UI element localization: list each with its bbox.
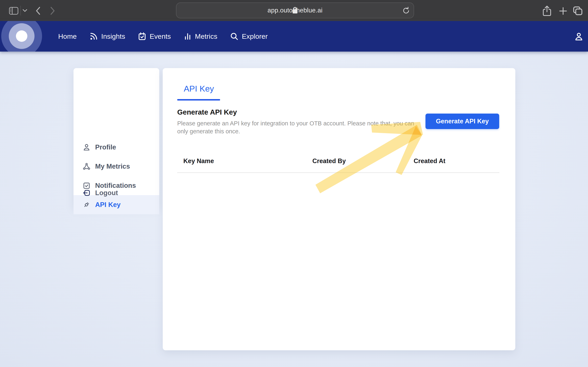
forward-icon[interactable] xyxy=(50,7,56,15)
nav-item-label: Home xyxy=(58,33,77,40)
sidebar-item-label: API Key xyxy=(95,201,121,209)
column-header-created-by: Created By xyxy=(312,157,346,165)
network-icon xyxy=(82,162,91,170)
api-key-panel: API Key Generate API Key Please generate… xyxy=(163,68,515,350)
nav-item-home[interactable]: Home xyxy=(58,33,77,40)
primary-nav: Home Insights Events xyxy=(58,21,268,52)
tab-api-key[interactable]: API Key xyxy=(184,84,214,94)
nav-item-explorer[interactable]: Explorer xyxy=(230,32,268,41)
section-description: Please generate an API key for integrati… xyxy=(177,119,414,135)
nav-item-label: Explorer xyxy=(242,33,268,40)
browser-toolbar: app.outoftheblue.ai xyxy=(0,0,588,21)
column-header-created-at: Created At xyxy=(414,157,445,165)
nav-item-events[interactable]: Events xyxy=(138,32,171,41)
sidebar-item-profile[interactable]: Profile xyxy=(73,138,159,157)
plug-icon xyxy=(82,201,91,209)
new-tab-icon[interactable] xyxy=(559,7,568,16)
calendar-check-icon xyxy=(138,32,146,41)
sidebar-item-label: My Metrics xyxy=(95,162,130,170)
tab-overview-icon[interactable] xyxy=(573,6,583,16)
nav-item-label: Events xyxy=(150,33,171,40)
logout-label: Logout xyxy=(95,189,118,197)
search-icon xyxy=(230,32,238,41)
table-header-divider xyxy=(177,173,499,173)
reload-icon[interactable] xyxy=(402,6,410,15)
tab-active-indicator xyxy=(177,99,220,100)
logout-icon xyxy=(82,189,91,197)
sidebar-toggle-icon[interactable] xyxy=(9,7,18,15)
settings-sidebar: Profile My Metrics Notifications A xyxy=(73,68,159,207)
nav-item-insights[interactable]: Insights xyxy=(89,32,125,41)
person-icon xyxy=(82,143,91,151)
sidebar-item-label: Profile xyxy=(95,143,116,151)
nav-item-label: Metrics xyxy=(195,33,217,40)
section-title: Generate API Key xyxy=(177,108,237,116)
logout-button[interactable]: Logout xyxy=(73,187,159,199)
nav-item-metrics[interactable]: Metrics xyxy=(183,32,217,41)
share-icon[interactable] xyxy=(542,5,552,17)
user-icon[interactable] xyxy=(574,32,584,42)
description-line-2: only generate this once. xyxy=(177,127,414,135)
back-icon[interactable] xyxy=(35,7,41,15)
generate-api-key-button[interactable]: Generate API Key xyxy=(425,114,499,129)
lock-icon xyxy=(292,7,298,14)
bar-chart-icon xyxy=(183,32,192,41)
signal-icon xyxy=(89,32,98,41)
address-bar[interactable]: app.outoftheblue.ai xyxy=(176,2,414,18)
column-header-key-name: Key Name xyxy=(183,157,214,165)
tab-chevron-icon[interactable] xyxy=(22,9,27,12)
sidebar-item-my-metrics[interactable]: My Metrics xyxy=(73,157,159,176)
nav-item-label: Insights xyxy=(101,33,125,40)
toolbar-divider xyxy=(20,6,21,16)
app-navbar: Home Insights Events xyxy=(0,21,588,52)
description-line-1: Please generate an API key for integrati… xyxy=(177,119,414,127)
logo-core xyxy=(16,30,27,42)
